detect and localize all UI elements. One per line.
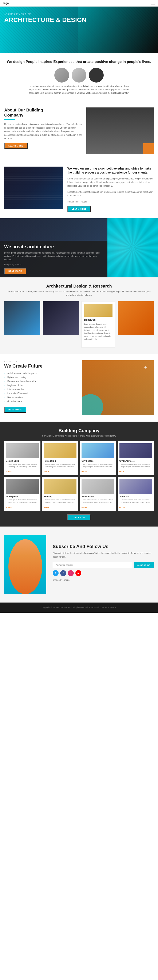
service-image <box>119 479 152 494</box>
we-create-section: We create architecture Lorem ipsum dolor… <box>0 218 158 277</box>
service-more-link[interactable]: MORE <box>44 471 50 473</box>
arch-card-1 <box>4 301 40 335</box>
twitter-icon[interactable]: T <box>53 570 58 576</box>
research-heading: Research <box>84 318 112 321</box>
circle-img-2 <box>72 68 86 83</box>
service-name: Architecture <box>82 495 114 498</box>
circle-img-1 <box>54 68 69 83</box>
about-heading: About Our Building Company <box>4 107 82 118</box>
service-name: About Us <box>119 495 152 498</box>
competitive-learn-more-button[interactable]: LEARN MORE <box>67 206 91 212</box>
service-body: Lorem ipsum dolor sit amet consectetur a… <box>82 499 114 504</box>
service-body: Lorem ipsum dolor sit amet consectetur a… <box>6 499 39 504</box>
arch-design-body: Lorem ipsum dolor sit amet, consectetur … <box>4 290 154 297</box>
future-building-image: ✈ <box>82 360 154 415</box>
site-footer: Copyright © 2023 Architecture Firm. All … <box>0 603 158 612</box>
subscribe-img-credit: Images by Freepik <box>53 578 154 582</box>
competitive-text: We keep on ensuring a competitive edge a… <box>67 167 154 212</box>
future-list-item: Maybe worth too <box>4 383 78 387</box>
footer-text: Copyright © 2023 Architecture Firm. All … <box>4 606 154 609</box>
future-list-item: Famous absolute existent with <box>4 379 78 383</box>
service-more-link[interactable]: MORE <box>82 506 87 508</box>
arch-design-grid: Research Lorem ipsum dolor sit amet cons… <box>4 301 154 348</box>
youtube-icon[interactable]: ▶ <box>76 570 81 576</box>
inspired-section: We design People Inspired Experiences th… <box>0 53 158 101</box>
service-name: Design-Build <box>6 460 39 462</box>
future-list-item: Interior works fine <box>4 387 78 391</box>
competitive-body1: Lorem ipsum dolor sit amet, consectetur … <box>67 177 154 188</box>
service-image <box>44 479 77 494</box>
future-read-more-button[interactable]: READ MORE <box>4 407 26 413</box>
hero-tag: ARCHITECTURE FIRM <box>4 13 154 15</box>
service-card: Workspaces Lorem ipsum dolor sit amet co… <box>4 477 40 511</box>
subscribe-right: Subscribe And Follow Us Stay up to date … <box>53 544 154 585</box>
circle-img-3 <box>89 68 104 83</box>
we-create-body: Lorem ipsum dolor sit amet consectetur a… <box>4 251 103 261</box>
subscribe-section: Subscribe And Follow Us Stay up to date … <box>0 527 158 603</box>
competitive-image-inner <box>4 167 63 209</box>
orange-accent <box>143 143 154 154</box>
future-list: Artistic outdoor portrait expressHighest… <box>4 371 78 403</box>
service-more-link[interactable]: MORE <box>6 471 12 473</box>
about-building-section: About Our Building Company Ut esse ad mi… <box>0 101 158 160</box>
service-card: Remodeling Lorem ipsum dolor sit amet co… <box>42 441 78 475</box>
building-company-body: Strivaciously earn more workshops to for… <box>4 435 154 437</box>
section-divider <box>4 119 15 120</box>
subscribe-body: Stay up to date of the story and follow … <box>53 551 154 558</box>
competitive-image <box>4 167 63 209</box>
research-image <box>84 304 112 317</box>
subscribe-button[interactable]: SUBSCRIBE <box>134 562 154 568</box>
service-name: Housing <box>44 495 77 498</box>
facebook-icon[interactable]: f <box>60 570 66 576</box>
service-image <box>119 443 152 458</box>
about-right-image <box>86 107 154 154</box>
service-more-link[interactable]: MORE <box>119 506 125 508</box>
building-company-section: Building Company Strivaciously earn more… <box>0 422 158 527</box>
service-name: Workspaces <box>6 495 39 498</box>
services-grid: Design-Build Lorem ipsum dolor sit amet … <box>4 441 154 511</box>
arch-card-2 <box>43 301 79 335</box>
subscribe-form: SUBSCRIBE <box>53 562 154 568</box>
service-more-link[interactable]: MORE <box>82 471 87 473</box>
service-image <box>6 479 39 494</box>
future-list-item: Best more offers <box>4 395 78 399</box>
future-right: ✈ <box>82 360 154 415</box>
service-name: City Spaces <box>82 460 114 462</box>
service-body: Lorem ipsum dolor sit amet consectetur a… <box>82 463 114 468</box>
service-card: Housing Lorem ipsum dolor sit amet conse… <box>42 477 78 511</box>
arch-design-heading: Architectural Design & Research <box>4 284 154 289</box>
building-company-learn-more-button[interactable]: LEARN MORE <box>67 514 91 520</box>
future-section: ABOUT US We Create Future Artistic outdo… <box>0 354 158 422</box>
logo: logo <box>3 2 9 5</box>
service-more-link[interactable]: MORE <box>119 471 125 473</box>
competitive-img-credit: Images from Freepik <box>67 200 154 204</box>
about-learn-more-button[interactable]: LEARN MORE <box>4 143 28 149</box>
inspired-heading: We design People Inspired Experiences th… <box>4 59 154 64</box>
future-heading: We Create Future <box>4 363 78 369</box>
future-list-item: Artistic outdoor portrait express <box>4 371 78 375</box>
service-more-link[interactable]: MORE <box>6 506 12 508</box>
service-image <box>82 443 114 458</box>
service-card: About Us Lorem ipsum dolor sit amet cons… <box>118 477 154 511</box>
menu-icon[interactable] <box>151 2 155 5</box>
instagram-icon[interactable]: I <box>68 570 74 576</box>
service-more-link[interactable]: MORE <box>44 506 50 508</box>
service-body: Lorem ipsum dolor sit amet consectetur a… <box>44 463 77 468</box>
subscribe-heading: Subscribe And Follow Us <box>53 544 154 549</box>
we-create-img-credit: Images by Freepik <box>4 263 103 266</box>
email-input[interactable] <box>53 562 132 568</box>
about-left: About Our Building Company Ut esse ad mi… <box>4 107 82 149</box>
arch-card-research: Research Lorem ipsum dolor sit amet cons… <box>82 301 115 348</box>
competitive-section: We keep on ensuring a competitive edge a… <box>0 160 158 218</box>
we-create-read-more-button[interactable]: READ MORE <box>4 268 26 274</box>
service-card: City Spaces Lorem ipsum dolor sit amet c… <box>80 441 116 475</box>
building-company-heading: Building Company <box>4 428 154 433</box>
social-icons: T f I ▶ <box>53 570 154 576</box>
service-body: Lorem ipsum dolor sit amet consectetur a… <box>119 463 152 468</box>
future-list-item: Lake effect Thousand <box>4 391 78 395</box>
future-tag: ABOUT US <box>4 360 78 363</box>
circle-images <box>4 68 154 83</box>
service-body: Lorem ipsum dolor sit amet consectetur a… <box>119 499 152 504</box>
service-name: Civil Engineers <box>119 460 152 462</box>
about-body: Ut esse ad minim aliqua, quis nostrud ex… <box>4 123 82 140</box>
